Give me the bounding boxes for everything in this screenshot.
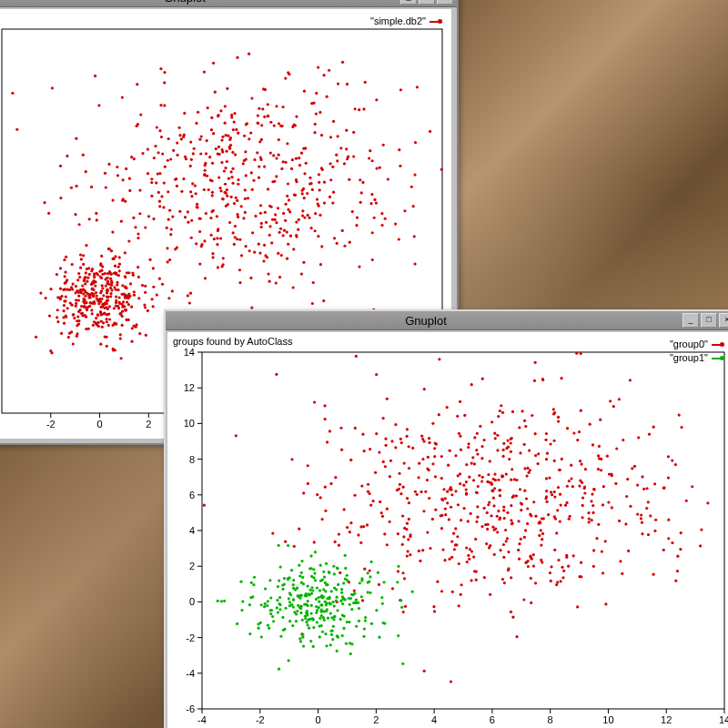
svg-point-984 bbox=[417, 476, 420, 479]
svg-point-520 bbox=[274, 213, 277, 216]
svg-point-1684 bbox=[318, 635, 321, 638]
minimize-button[interactable]: _ bbox=[682, 313, 699, 328]
svg-point-508 bbox=[368, 157, 370, 159]
maximize-button[interactable]: □ bbox=[701, 313, 717, 328]
svg-point-1306 bbox=[674, 463, 677, 466]
svg-point-650 bbox=[380, 224, 383, 227]
svg-point-1598 bbox=[324, 581, 327, 584]
svg-point-362 bbox=[337, 82, 339, 85]
svg-point-722 bbox=[138, 188, 141, 191]
svg-point-575 bbox=[312, 102, 315, 105]
svg-point-1485 bbox=[339, 571, 341, 574]
svg-point-448 bbox=[75, 185, 77, 187]
svg-point-296 bbox=[73, 317, 76, 319]
svg-point-1713 bbox=[312, 576, 315, 579]
svg-point-1033 bbox=[526, 467, 529, 470]
svg-point-1171 bbox=[389, 475, 391, 478]
svg-point-1263 bbox=[493, 432, 496, 435]
svg-point-1352 bbox=[553, 495, 556, 498]
svg-point-1536 bbox=[450, 680, 452, 682]
svg-point-1343 bbox=[485, 542, 488, 545]
svg-point-1234 bbox=[545, 477, 548, 480]
svg-point-1815 bbox=[281, 588, 284, 591]
close-button[interactable]: × bbox=[719, 313, 728, 328]
svg-point-1554 bbox=[411, 591, 414, 593]
svg-point-1811 bbox=[363, 627, 366, 630]
svg-point-1824 bbox=[306, 623, 308, 626]
svg-point-1806 bbox=[320, 608, 323, 611]
svg-point-1720 bbox=[283, 628, 286, 631]
titlebar[interactable]: Gnuplot _ □ × bbox=[0, 0, 457, 7]
svg-point-1332 bbox=[553, 515, 556, 518]
svg-point-1083 bbox=[493, 553, 496, 556]
gnuplot-window-2[interactable]: Gnuplot _ □ × groups found by AutoClass … bbox=[164, 309, 728, 728]
svg-point-1070 bbox=[422, 510, 425, 512]
svg-point-209 bbox=[124, 286, 126, 288]
svg-point-891 bbox=[244, 245, 247, 248]
window-title: Gnuplot bbox=[169, 314, 682, 328]
svg-point-554 bbox=[305, 162, 308, 165]
svg-point-848 bbox=[333, 237, 336, 239]
svg-point-135 bbox=[106, 289, 109, 292]
svg-point-1144 bbox=[606, 455, 609, 458]
svg-point-1132 bbox=[576, 439, 579, 441]
svg-point-1526 bbox=[409, 553, 411, 556]
svg-point-1048 bbox=[502, 509, 505, 511]
svg-point-548 bbox=[270, 241, 273, 244]
svg-point-846 bbox=[163, 104, 166, 106]
svg-point-1774 bbox=[301, 636, 304, 639]
svg-point-901 bbox=[258, 165, 260, 167]
svg-point-1820 bbox=[236, 622, 238, 625]
close-button[interactable]: × bbox=[437, 0, 453, 5]
svg-point-284 bbox=[60, 332, 63, 335]
svg-point-697 bbox=[267, 103, 269, 106]
svg-point-1518 bbox=[641, 521, 643, 524]
svg-point-536 bbox=[371, 231, 374, 234]
svg-point-741 bbox=[206, 139, 208, 142]
svg-point-1516 bbox=[446, 406, 449, 409]
svg-point-839 bbox=[243, 135, 246, 137]
svg-point-139 bbox=[77, 298, 80, 301]
svg-point-467 bbox=[218, 187, 221, 189]
maximize-button[interactable]: □ bbox=[419, 0, 435, 5]
svg-point-1512 bbox=[307, 464, 309, 467]
svg-point-212 bbox=[50, 351, 53, 354]
svg-point-1314 bbox=[329, 482, 332, 485]
svg-point-247 bbox=[131, 327, 134, 329]
svg-point-550 bbox=[174, 178, 177, 181]
svg-point-1364 bbox=[384, 465, 387, 468]
svg-point-1404 bbox=[405, 528, 408, 531]
svg-point-1628 bbox=[349, 652, 352, 655]
svg-point-1472 bbox=[539, 521, 541, 524]
svg-point-1385 bbox=[510, 441, 512, 444]
svg-point-1450 bbox=[441, 499, 444, 501]
svg-text:2: 2 bbox=[373, 714, 379, 725]
svg-point-841 bbox=[104, 172, 106, 175]
svg-point-821 bbox=[97, 104, 100, 106]
svg-point-86 bbox=[48, 314, 51, 317]
svg-point-693 bbox=[195, 242, 197, 245]
svg-point-281 bbox=[121, 324, 124, 327]
svg-point-1530 bbox=[409, 535, 411, 538]
svg-point-1184 bbox=[460, 519, 462, 521]
svg-point-1041 bbox=[298, 528, 300, 531]
svg-point-1099 bbox=[316, 493, 318, 496]
titlebar[interactable]: Gnuplot _ □ × bbox=[166, 311, 728, 330]
svg-point-1256 bbox=[531, 414, 533, 417]
svg-point-1381 bbox=[424, 490, 427, 493]
svg-point-594 bbox=[200, 135, 203, 137]
svg-point-977 bbox=[506, 511, 509, 514]
svg-point-834 bbox=[51, 86, 54, 89]
svg-point-979 bbox=[470, 512, 472, 515]
svg-point-1262 bbox=[465, 489, 468, 491]
minimize-button[interactable]: _ bbox=[400, 0, 417, 5]
svg-point-1466 bbox=[460, 593, 462, 596]
svg-point-1194 bbox=[468, 558, 470, 561]
svg-point-966 bbox=[470, 579, 472, 581]
svg-point-629 bbox=[224, 167, 227, 169]
svg-point-822 bbox=[245, 158, 248, 161]
svg-point-1346 bbox=[353, 494, 356, 497]
svg-point-876 bbox=[204, 164, 207, 167]
svg-point-720 bbox=[318, 205, 320, 207]
svg-point-1356 bbox=[534, 581, 537, 584]
